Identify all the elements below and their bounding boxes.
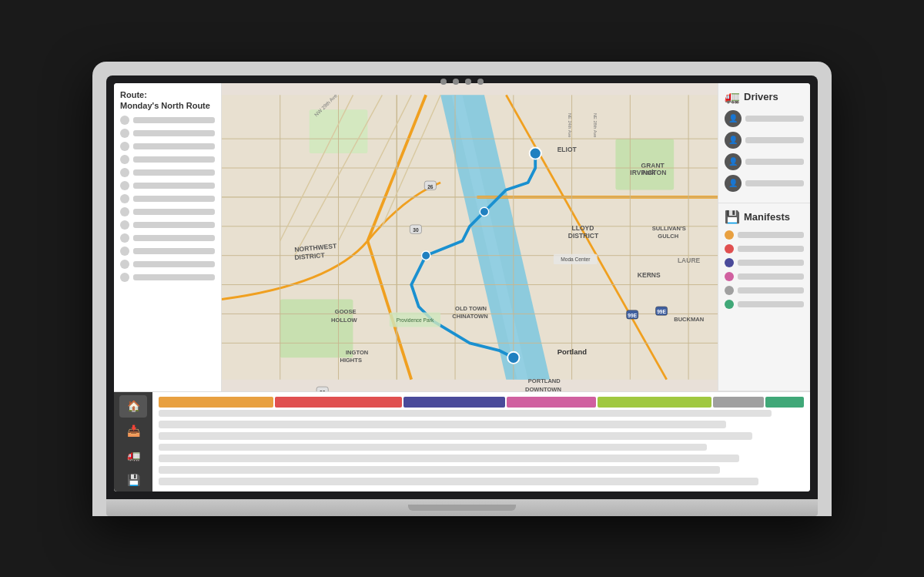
svg-text:26: 26 — [320, 389, 326, 391]
svg-text:Providence Park: Providence Park — [397, 317, 434, 322]
list-item[interactable] — [120, 129, 215, 138]
route-label: Route: — [120, 89, 215, 100]
laptop-screen: Route: Monday's North Route — [114, 83, 810, 491]
svg-text:99E: 99E — [657, 309, 666, 314]
svg-text:NE 24th Ave: NE 24th Ave — [567, 113, 572, 137]
driver-item[interactable]: 👤 — [725, 132, 804, 149]
route-list — [120, 116, 215, 282]
manifest-bar — [738, 246, 804, 252]
route-color-bar — [507, 397, 596, 408]
list-item[interactable] — [120, 181, 215, 190]
driver-name-bar — [745, 159, 804, 165]
svg-text:NE 28th Ave: NE 28th Ave — [593, 113, 598, 137]
screen-bezel: Route: Monday's North Route — [106, 75, 818, 499]
svg-text:LLOYD: LLOYD — [572, 223, 594, 231]
manifest-item[interactable] — [725, 300, 804, 309]
manifest-item[interactable] — [725, 286, 804, 295]
manifest-bar — [738, 260, 804, 266]
route-header: Route: Monday's North Route — [120, 89, 215, 112]
manifest-item[interactable] — [725, 258, 804, 267]
svg-text:Portland: Portland — [557, 347, 588, 355]
drivers-title: 🚛 Drivers — [725, 89, 804, 104]
camera-dot-1 — [440, 79, 447, 85]
route-color-bar — [598, 397, 712, 408]
list-item[interactable] — [120, 142, 215, 151]
svg-text:26: 26 — [427, 183, 434, 189]
svg-text:INGTON: INGTON — [346, 348, 368, 355]
svg-text:DOWNTOWN: DOWNTOWN — [525, 385, 561, 391]
manifests-label: Manifests — [744, 211, 790, 223]
camera-bar — [440, 79, 484, 85]
driver-item[interactable]: 👤 — [725, 110, 804, 127]
svg-point-33 — [480, 207, 488, 216]
list-item[interactable] — [120, 233, 215, 243]
driver-item[interactable]: 👤 — [725, 175, 804, 192]
laptop-base — [106, 499, 818, 516]
manifest-bar — [738, 287, 804, 294]
manifest-item[interactable] — [725, 230, 804, 240]
svg-text:BUCKMAN: BUCKMAN — [674, 315, 704, 322]
right-panel: 🚛 Drivers 👤 👤 — [718, 83, 810, 391]
data-row — [159, 444, 707, 451]
svg-text:PORTLAND: PORTLAND — [528, 377, 561, 384]
manifest-bar — [738, 273, 804, 280]
nav-truck-button[interactable]: 🚛 — [119, 444, 147, 467]
data-row — [159, 432, 752, 440]
route-color-bar — [765, 397, 804, 408]
map-svg: GRANT Park — [222, 83, 718, 391]
avatar: 👤 — [725, 132, 742, 149]
svg-text:30: 30 — [413, 227, 419, 233]
drivers-label: Drivers — [744, 91, 778, 102]
driver-name-bar — [745, 137, 804, 143]
svg-point-32 — [530, 147, 541, 159]
camera-dot-2 — [453, 79, 459, 85]
app-main: Route: Monday's North Route — [114, 83, 810, 391]
driver-item[interactable]: 👤 — [725, 153, 804, 170]
manifest-icon: 💾 — [725, 210, 740, 224]
list-item[interactable] — [120, 273, 215, 282]
camera-dot-4 — [477, 79, 484, 85]
svg-text:GULCH: GULCH — [658, 232, 678, 239]
avatar: 👤 — [725, 110, 742, 127]
laptop-notch — [408, 505, 516, 511]
manifests-section: 💾 Manifests — [718, 203, 810, 391]
list-item[interactable] — [120, 155, 215, 164]
nav-home-button[interactable]: 🏠 — [119, 395, 147, 418]
manifest-color-dot — [725, 244, 734, 253]
manifests-title: 💾 Manifests — [725, 210, 804, 224]
manifest-bar — [738, 232, 804, 238]
svg-text:HIGHTS: HIGHTS — [340, 356, 362, 363]
svg-text:ELIOT: ELIOT — [557, 146, 578, 153]
route-color-bar — [713, 397, 764, 408]
manifest-item[interactable] — [725, 244, 804, 253]
camera-dot-3 — [465, 79, 471, 85]
svg-point-35 — [507, 351, 519, 363]
list-item[interactable] — [120, 116, 215, 125]
route-color-bar — [159, 397, 273, 408]
svg-text:Moda Center: Moda Center — [561, 257, 591, 262]
svg-text:99E: 99E — [628, 313, 637, 318]
data-row — [159, 410, 772, 418]
list-item[interactable] — [120, 247, 215, 256]
manifest-color-dot — [725, 286, 734, 295]
nav-inbox-button[interactable]: 📥 — [119, 419, 147, 442]
list-item[interactable] — [120, 207, 215, 216]
svg-text:CHINATOWN: CHINATOWN — [452, 313, 487, 320]
list-item[interactable] — [120, 168, 215, 177]
list-item[interactable] — [120, 194, 215, 203]
manifest-color-dot — [725, 230, 734, 240]
bottom-content-area — [152, 392, 810, 491]
data-row — [159, 466, 720, 474]
list-item[interactable] — [120, 260, 215, 269]
svg-text:LAURE: LAURE — [678, 257, 701, 264]
data-row — [159, 455, 739, 462]
svg-text:OLD TOWN: OLD TOWN — [455, 304, 487, 311]
nav-save-button[interactable]: 💾 — [119, 468, 147, 491]
data-row — [159, 421, 726, 428]
drivers-section: 🚛 Drivers 👤 👤 — [718, 83, 810, 203]
bottom-section: 🏠 📥 🚛 💾 — [114, 391, 810, 491]
list-item[interactable] — [120, 220, 215, 230]
manifest-item[interactable] — [725, 272, 804, 281]
svg-text:KERNS: KERNS — [638, 271, 661, 279]
avatar: 👤 — [725, 175, 742, 192]
